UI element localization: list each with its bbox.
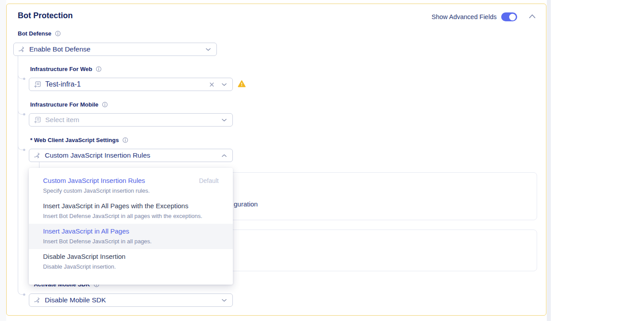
tree-connector-dot [23,78,25,80]
tree-guide-line [18,55,18,290]
infra-web-label-row: Infrastructure For Web [30,66,102,72]
info-icon[interactable] [122,137,128,143]
menu-option-description: Insert Bot Defense JavaScript in all pag… [43,213,219,219]
select-value: Test-infra-1 [45,80,205,88]
warning-icon [238,80,246,87]
field-label: Infrastructure For Web [30,66,92,72]
fork-arrows-icon [18,46,25,53]
menu-option-custom-js-insertion-rules[interactable]: Custom JavaScript Insertion Rules Defaul… [29,173,233,198]
obscured-config-text: guration [234,200,258,208]
advanced-fields-toggle[interactable] [501,12,517,21]
select-placeholder: Select item [45,116,218,124]
infra-web-select[interactable]: Test-infra-1 [29,78,233,91]
menu-option-description: Insert Bot Defense JavaScript in all pag… [43,238,219,245]
tree-guide-line-nested [39,162,39,168]
menu-option-title: Disable JavaScript Insertion [43,253,126,260]
bot-protection-screen: Bot Protection Show Advanced Fields gura… [0,0,644,321]
menu-option-title: Custom JavaScript Insertion Rules [43,177,145,184]
select-value: Enable Bot Defense [29,45,202,53]
field-label: Bot Defense [18,30,51,37]
list-select-icon [34,81,41,88]
tree-connector-dot [23,113,25,115]
list-select-icon [34,116,41,124]
chevron-up-icon [529,14,536,19]
fork-arrows-icon [34,297,41,304]
bot-defense-select[interactable]: Enable Bot Defense [13,43,217,56]
menu-option-title: Insert JavaScript in All Pages [43,227,129,235]
js-settings-dropdown-menu: Custom JavaScript Insertion Rules Defaul… [29,168,233,285]
page-gutter-left [0,0,6,321]
info-icon[interactable] [96,66,102,72]
bot-defense-label-row: Bot Defense [18,30,61,37]
menu-option-description: Specify custom JavaScript insertion rule… [43,187,219,194]
info-icon[interactable] [102,102,108,107]
advanced-fields-label: Show Advanced Fields [432,13,497,20]
menu-option-description: Disable JavaScript insertion. [43,263,219,270]
mobile-sdk-select[interactable]: Disable Mobile SDK [29,293,233,307]
fork-arrows-icon [34,152,41,159]
infra-mobile-label-row: Infrastructure For Mobile [30,101,108,108]
advanced-fields-control: Show Advanced Fields [432,12,517,21]
field-label: Infrastructure For Mobile [30,101,98,108]
default-badge: Default [199,177,219,184]
web-js-select[interactable]: Custom JavaScript Insertion Rules [29,149,233,162]
clear-icon[interactable] [209,82,214,87]
select-value: Custom JavaScript Insertion Rules [45,151,218,159]
page-gutter-right [547,0,551,321]
chevron-down-icon [222,119,227,122]
menu-option-title: Insert JavaScript in All Pages with the … [43,202,188,210]
page-title: Bot Protection [18,11,73,20]
chevron-down-icon [222,83,227,86]
info-icon[interactable] [55,31,61,36]
chevron-up-icon [222,154,227,157]
tree-connector-dot [23,293,25,296]
infra-mobile-select[interactable]: Select item [29,113,233,127]
field-label: * Web Client JavaScript Settings [30,137,119,143]
menu-option-insert-js-all-pages[interactable]: Insert JavaScript in All Pages Insert Bo… [29,224,233,249]
toggle-knob [509,14,516,20]
menu-option-insert-js-all-pages-exceptions[interactable]: Insert JavaScript in All Pages with the … [29,198,233,224]
web-js-label-row: * Web Client JavaScript Settings [30,137,128,143]
tree-connector-dot [23,149,25,151]
menu-option-disable-js-insertion[interactable]: Disable JavaScript Insertion Disable Jav… [29,249,233,274]
select-value: Disable Mobile SDK [45,296,218,304]
chevron-down-icon [222,299,227,302]
collapse-section-button[interactable] [529,14,536,19]
chevron-down-icon [206,48,211,51]
